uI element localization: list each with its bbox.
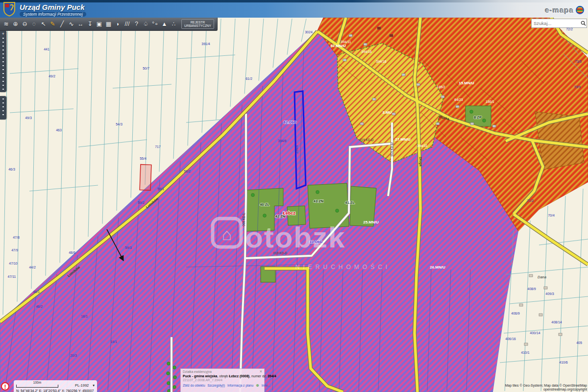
emapa-brand: e-mapa [545,6,584,14]
comment-icon[interactable]: ◗ [114,18,122,30]
left-panel-tab[interactable]: + [0,30,6,92]
feature-popup: Działka ewidencyjna × Puck - gmina wiejs… [180,368,265,392]
plan-icon[interactable]: ⊕ [256,383,259,388]
toolbar-icons: ≋⊕⊖◌↖✎╱∿↔↧▣▦◗///?♤°∘▲∴ [1,18,178,30]
svg-text:394/31: 394/31 [417,144,428,147]
svg-text:47/8: 47/8 [13,236,20,239]
svg-text:62.ObD: 62.ObD [284,120,297,124]
svg-text:59/3: 59/3 [125,246,132,249]
attribution-link[interactable]: openstreetmap.org/copyright [505,388,588,392]
table-icon[interactable]: ▦ [105,18,112,30]
svg-text:50/7: 50/7 [143,67,149,70]
svg-text:52.MN/U: 52.MN/U [330,44,346,48]
watermark-logo-icon: ⌂ [222,225,232,244]
svg-text:400/14: 400/14 [530,331,540,335]
svg-text:463: 463 [56,128,62,132]
svg-text:408/9: 408/9 [527,287,536,291]
anchor-icon[interactable]: ↧ [86,18,94,30]
svg-text:41.ZL: 41.ZL [345,200,355,205]
measure-icon[interactable]: ↔ [77,18,84,30]
svg-text:71/2: 71/2 [527,199,534,202]
crs-selector[interactable]: PL-1992 ▾ [75,383,95,388]
svg-text:18/1: 18/1 [81,315,88,318]
svg-text:019 KD-D: 019 KD-D [273,251,288,255]
svg-text:49/3: 49/3 [25,116,32,120]
search-input[interactable] [532,21,580,26]
svg-text:46/3: 46/3 [8,168,15,171]
svg-text:59/2: 59/2 [138,201,145,204]
search-box [531,19,587,28]
map-canvas[interactable]: ⌂ otobzk NIERUCHOMOŚCI 44149/249/346346/… [0,0,588,392]
polygon-icon[interactable]: ♤ [142,18,149,30]
svg-text:26.MN/U: 26.MN/U [430,265,445,270]
svg-text:394/18: 394/18 [376,60,387,63]
svg-text:019 KD-D: 019 KD-D [360,138,374,142]
compass-icon[interactable]: ▲ [161,18,168,30]
coat-of-arms-logo [3,2,16,19]
emapa-globe-icon [576,6,584,14]
draw-curve-icon[interactable]: ∿ [68,18,75,30]
svg-text:61/2: 61/2 [245,77,252,80]
warning-icon[interactable]: ! [1,382,9,391]
help-icon[interactable]: ? [133,18,140,30]
hatch-icon[interactable]: /// [123,18,131,30]
svg-text:73/5: 73/5 [575,60,582,63]
svg-text:19/1: 19/1 [110,340,117,343]
svg-text:47/11: 47/11 [8,275,16,278]
person-icon[interactable]: ∴ [170,18,177,30]
zoom-to-object-link[interactable]: Zbliż do obiektu [183,384,205,387]
svg-text:20/3: 20/3 [70,354,77,357]
svg-text:46/1: 46/1 [33,290,40,294]
status-bar: 100m PL-1992 ▾ N: 54°46'34.2" E: 18°20'5… [14,380,97,392]
svg-text:48/6: 48/6 [69,251,75,254]
svg-text:405: 405 [576,341,582,344]
svg-text:46/2: 46/2 [36,305,43,308]
svg-text:72/2: 72/2 [566,27,573,31]
svg-text:56/2: 56/2 [184,170,191,173]
layers-icon[interactable]: ≋ [2,18,10,30]
more-link[interactable]: Inne... [262,384,270,387]
svg-text:408/14: 408/14 [551,320,562,324]
parcel-identifier: 221107_2.0008.AR_7.394/4 [183,378,262,382]
svg-text:3024: 3024 [305,30,313,34]
watermark-subtext: NIERUCHOMOŚCI [295,263,391,270]
select-area-icon[interactable]: ◌ [30,18,38,30]
svg-text:406/16: 406/16 [505,337,516,341]
draw-line-icon[interactable]: ╱ [58,18,66,30]
svg-text:43.ZN: 43.ZN [314,199,323,203]
sketch-rectangle [140,165,151,191]
svg-text:40.ZL: 40.ZL [260,202,270,207]
plan-info-link[interactable]: Informacja z planu [227,384,253,387]
svg-text:406/9: 406/9 [511,312,520,315]
map-toolbar: ≋⊕⊖◌↖✎╱∿↔↧▣▦◗///?♤°∘▲∴ REJESTR URBANISTY… [0,18,218,31]
svg-text:47/9: 47/9 [11,248,18,252]
search-icon[interactable] [580,19,587,28]
left-panel-tab-2[interactable] [0,96,6,120]
copy-icon[interactable]: ▣ [96,18,103,30]
popup-actions: Zbliż do obiektu Szczegóły(i) Informacja… [183,383,262,388]
details-link[interactable]: Szczegóły(i) [208,384,225,387]
pointer-icon[interactable]: ↖ [40,18,47,30]
app-title: Urząd Gminy Puck [20,3,86,11]
svg-text:54/3: 54/3 [116,122,122,126]
svg-text:185/2: 185/2 [437,85,445,89]
zoom-out-icon[interactable]: ⊖ [21,18,28,30]
scale-bar: 100m [16,381,58,388]
svg-text:Dana: Dana [538,275,546,279]
svg-text:394/16: 394/16 [361,50,372,53]
svg-text:391/4: 391/4 [201,42,210,46]
svg-text:410/1: 410/1 [521,351,530,354]
close-icon[interactable]: × [260,370,262,373]
pencil-icon[interactable]: ✎ [49,18,56,30]
popup-title: Działka ewidencyjna [183,370,212,373]
app-header: Urząd Gminy Puck System Informacji Przes… [0,2,588,18]
zoom-in-icon[interactable]: ⊕ [12,18,19,30]
app-subtitle: System Informacji Przestrzennej [20,12,86,17]
points-icon[interactable]: °∘ [151,18,159,30]
svg-text:55/4: 55/4 [140,157,147,160]
svg-text:Łebcz: Łebcz [283,211,295,216]
svg-text:441: 441 [44,48,49,51]
svg-text:3.MU: 3.MU [382,110,392,115]
svg-text:394/11: 394/11 [341,40,351,44]
rejestr-urbanistyczny-button[interactable]: REJESTR URBANISTYCZNY [181,19,214,29]
